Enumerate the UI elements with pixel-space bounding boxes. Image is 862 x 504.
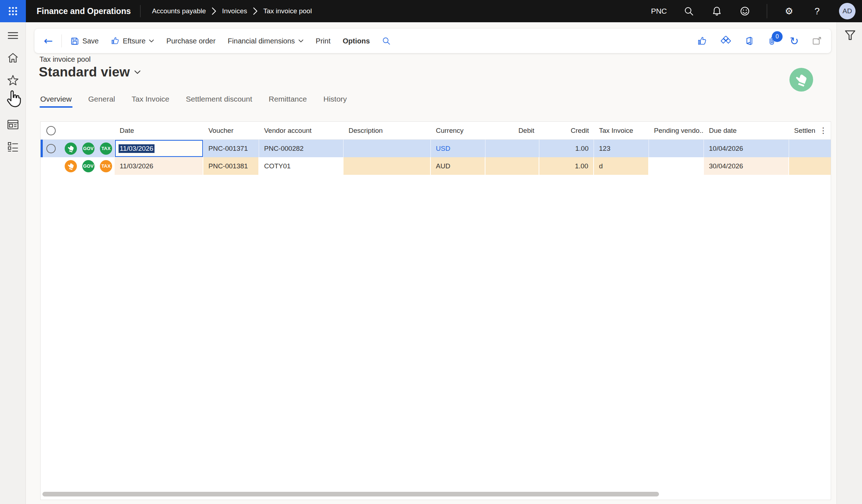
row-status-badges: GOV TAX: [65, 143, 112, 155]
open-in-new-window-icon[interactable]: [812, 37, 822, 45]
gov-badge: GOV: [82, 143, 95, 155]
right-filter-rail: [836, 22, 862, 504]
cell-currency[interactable]: AUD: [431, 157, 485, 175]
cell-settlement[interactable]: [789, 140, 831, 157]
cell-pending-vendor[interactable]: [649, 157, 704, 175]
cell-description[interactable]: [344, 140, 431, 157]
back-arrow-icon[interactable]: ←: [44, 36, 53, 46]
header-select-cell: [41, 122, 115, 139]
cell-pending-vendor[interactable]: [649, 140, 704, 157]
tab-overview[interactable]: Overview: [40, 93, 73, 108]
options-button[interactable]: Options: [343, 37, 370, 45]
financial-dimensions-menu-button[interactable]: Financial dimensions: [228, 37, 304, 45]
grid-row-1[interactable]: GOV TAX 11/03/2026 PNC-001371 PNC-000282…: [41, 140, 831, 157]
cell-debit[interactable]: [485, 157, 539, 175]
notifications-bell-icon[interactable]: [711, 5, 723, 17]
breadcrumb-tax-invoice-pool[interactable]: Tax invoice pool: [263, 7, 312, 15]
select-all-radio[interactable]: [46, 126, 56, 135]
actionbar-search-icon[interactable]: [382, 37, 391, 45]
hamburger-menu-icon[interactable]: [6, 28, 20, 43]
breadcrumb-chevron-icon: [212, 7, 216, 15]
actionbar-divider: [61, 34, 62, 47]
tab-history[interactable]: History: [323, 93, 347, 108]
favorites-star-icon[interactable]: [6, 73, 20, 87]
feedback-smiley-icon[interactable]: [739, 5, 751, 17]
column-header-debit[interactable]: Debit: [485, 122, 539, 139]
cell-date[interactable]: 11/03/2026: [115, 157, 203, 175]
settings-gear-icon[interactable]: ⚙: [783, 5, 795, 17]
filter-funnel-icon[interactable]: [843, 29, 857, 42]
row-status-badges: GOV TAX: [65, 160, 112, 172]
workspaces-window-icon[interactable]: [6, 117, 20, 132]
search-icon[interactable]: [683, 5, 695, 17]
eftsure-menu-button[interactable]: Eftsure: [111, 37, 154, 45]
tab-remittance[interactable]: Remittance: [268, 93, 308, 108]
column-header-credit[interactable]: Credit: [539, 122, 594, 139]
feedback-thumbs-up-icon[interactable]: [697, 36, 707, 46]
column-header-pending-vendor[interactable]: Pending vendo...: [649, 122, 704, 139]
options-label: Options: [343, 37, 370, 45]
grid-row-2[interactable]: GOV TAX 11/03/2026 PNC-001381 COTY01 AUD…: [41, 157, 831, 175]
tax-badge: TAX: [100, 143, 112, 155]
row-select-radio[interactable]: [46, 144, 56, 153]
column-header-settlement[interactable]: Settlen ⋮: [789, 122, 831, 139]
row-select-cell: GOV TAX: [41, 140, 115, 157]
column-header-due-date[interactable]: Due date: [704, 122, 789, 139]
purchase-order-button[interactable]: Purchase order: [166, 37, 216, 45]
cell-tax-invoice[interactable]: 123: [594, 140, 649, 157]
attachments-paperclip-icon[interactable]: 0: [767, 36, 776, 46]
column-header-currency[interactable]: Currency: [431, 122, 485, 139]
column-header-voucher[interactable]: Voucher: [203, 122, 259, 139]
topbar-divider: [767, 4, 767, 18]
user-avatar[interactable]: AD: [839, 3, 856, 19]
home-icon[interactable]: [6, 51, 20, 65]
cell-credit[interactable]: 1.00: [539, 140, 594, 157]
chevron-down-icon: [134, 70, 141, 74]
financial-dimensions-label: Financial dimensions: [228, 37, 295, 45]
office-icon[interactable]: [745, 36, 754, 46]
cell-debit[interactable]: [485, 140, 539, 157]
row-select-cell: GOV TAX: [41, 157, 115, 175]
top-navigation-bar: Finance and Operations Accounts payable …: [0, 0, 862, 22]
app-launcher-waffle-button[interactable]: [0, 0, 26, 22]
cell-due-date[interactable]: 30/04/2026: [704, 157, 789, 175]
save-button[interactable]: Save: [70, 37, 99, 45]
breadcrumb-accounts-payable[interactable]: Accounts payable: [152, 7, 206, 15]
date-edit-input[interactable]: 11/03/2026: [115, 140, 203, 157]
app-title: Finance and Operations: [37, 6, 131, 16]
environment-label[interactable]: PNC: [651, 7, 667, 15]
print-label: Print: [316, 37, 331, 45]
print-button[interactable]: Print: [316, 37, 331, 45]
column-header-vendor-account[interactable]: Vendor account: [259, 122, 344, 139]
view-selector[interactable]: Standard view: [39, 65, 141, 80]
column-options-icon[interactable]: ⋮: [819, 126, 831, 135]
tab-settlement-discount[interactable]: Settlement discount: [185, 93, 253, 108]
refresh-icon[interactable]: ↻: [790, 35, 799, 47]
breadcrumb-invoices[interactable]: Invoices: [222, 7, 247, 15]
horizontal-scrollbar-thumb[interactable]: [42, 492, 659, 496]
modules-list-icon[interactable]: [6, 140, 20, 154]
recent-item-under-cursor[interactable]: [6, 95, 20, 109]
cell-settlement[interactable]: [789, 157, 831, 175]
cell-description[interactable]: [344, 157, 431, 175]
cell-vendor-account[interactable]: PNC-000282: [259, 140, 344, 157]
column-header-tax-invoice[interactable]: Tax Invoice: [594, 122, 649, 139]
thumb-badge-icon: [65, 160, 77, 172]
cell-due-date[interactable]: 10/04/2026: [704, 140, 789, 157]
dynamics-tiles-icon[interactable]: [721, 36, 731, 46]
cell-currency[interactable]: USD: [431, 140, 485, 157]
cell-voucher[interactable]: PNC-001381: [203, 157, 259, 175]
cell-vendor-account[interactable]: COTY01: [259, 157, 344, 175]
column-header-description[interactable]: Description: [344, 122, 431, 139]
cell-voucher[interactable]: PNC-001371: [203, 140, 259, 157]
tax-badge: TAX: [100, 160, 112, 172]
page-title: Standard view: [39, 65, 130, 80]
waffle-icon: [8, 6, 18, 16]
tab-tax-invoice[interactable]: Tax Invoice: [131, 93, 170, 108]
cell-tax-invoice[interactable]: d: [594, 157, 649, 175]
tab-general[interactable]: General: [88, 93, 116, 108]
column-header-date[interactable]: Date: [115, 122, 203, 139]
help-question-icon[interactable]: ?: [811, 5, 823, 17]
cell-date[interactable]: 11/03/2026: [115, 140, 203, 157]
cell-credit[interactable]: 1.00: [539, 157, 594, 175]
